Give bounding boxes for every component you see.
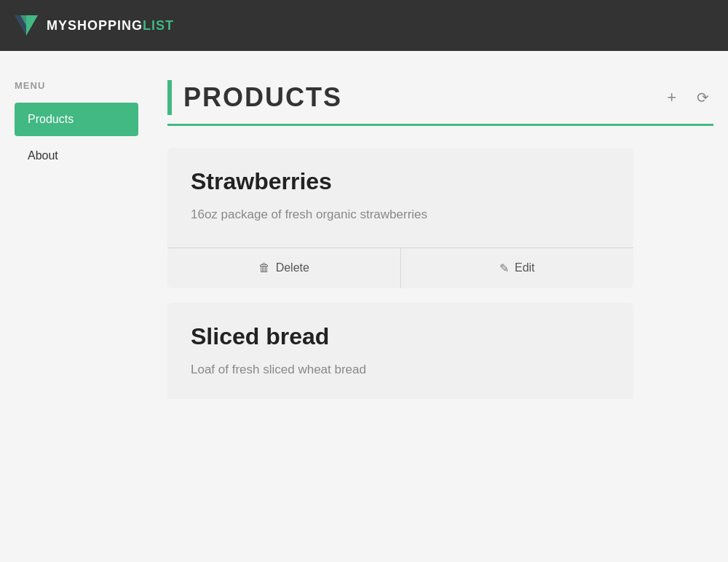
plus-icon: + xyxy=(667,88,676,107)
main-content: PRODUCTS + ⟳ Strawberries 16oz package o… xyxy=(153,80,728,533)
delete-product-button[interactable]: 🗑 Delete xyxy=(167,248,400,288)
refresh-button[interactable]: ⟳ xyxy=(692,84,713,111)
product-card: Strawberries 16oz package of fresh organ… xyxy=(167,148,633,288)
vue-logo-icon xyxy=(15,15,38,36)
refresh-icon: ⟳ xyxy=(697,89,709,106)
product-card-actions: 🗑 Delete ✎ Edit xyxy=(167,248,633,288)
edit-icon: ✎ xyxy=(499,261,509,275)
edit-label: Edit xyxy=(515,261,535,274)
product-description: Loaf of fresh sliced wheat bread xyxy=(191,360,610,379)
trash-icon: 🗑 xyxy=(258,261,270,274)
product-card: Sliced bread Loaf of fresh sliced wheat … xyxy=(167,303,633,400)
delete-label: Delete xyxy=(276,261,309,274)
product-name: Strawberries xyxy=(191,168,610,195)
sidebar: MENU Products About xyxy=(0,80,153,533)
page-header: PRODUCTS + ⟳ xyxy=(167,80,713,126)
product-card-body: Strawberries 16oz package of fresh organ… xyxy=(167,148,633,248)
brand: MYSHOPPINGLIST xyxy=(15,15,174,36)
sidebar-item-about[interactable]: About xyxy=(15,139,138,173)
brand-name: MYSHOPPINGLIST xyxy=(47,18,174,33)
sidebar-item-products[interactable]: Products xyxy=(15,103,138,136)
product-card-body: Sliced bread Loaf of fresh sliced wheat … xyxy=(167,303,633,400)
title-accent-bar xyxy=(167,80,172,115)
product-description: 16oz package of fresh organic strawberri… xyxy=(191,205,610,224)
add-product-button[interactable]: + xyxy=(662,84,681,111)
main-layout: MENU Products About PRODUCTS + ⟳ Strawbe… xyxy=(0,51,728,562)
navbar: MYSHOPPINGLIST xyxy=(0,0,728,51)
page-title: PRODUCTS xyxy=(183,82,651,113)
sidebar-menu-label: MENU xyxy=(15,80,138,91)
product-name: Sliced bread xyxy=(191,323,610,350)
edit-product-button[interactable]: ✎ Edit xyxy=(400,248,634,288)
